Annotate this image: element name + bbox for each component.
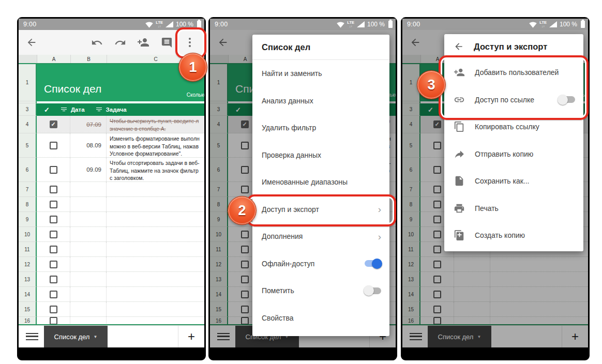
all-sheets-menu-icon[interactable] [26,333,38,340]
step-badge-3: 3 [417,70,446,99]
sheet-row-empty[interactable]: 13 [19,272,204,287]
menu-item-offline-access[interactable]: Офлайн-доступ [252,250,389,278]
sheet-row-filter-header[interactable]: 3 ✓ Дата Задача [19,103,204,116]
task-checkbox[interactable] [50,166,57,174]
battery-percent: 100 % [560,21,577,28]
active-sheet-tab[interactable]: Список дел ▼ [44,326,108,347]
sheet-context-menu: Список дел Найти и заменить Анализ данны… [252,35,389,336]
back-button[interactable] [454,41,464,52]
menu-item-make-copy[interactable]: Создать копию [444,222,583,249]
menu-item-remove-filter[interactable]: Удалить фильтр [252,114,389,142]
task-column-header: Задача [106,107,127,113]
link-sharing-toggle-off[interactable] [559,96,575,103]
sheet-row-empty[interactable]: 11 [19,242,204,257]
row-number[interactable]: 13 [19,272,37,287]
menu-item-copy-link[interactable]: Копировать ссылку [444,113,583,141]
sheet-row-empty[interactable]: 15 [19,302,204,317]
caret-down-icon: ▼ [93,335,97,339]
overflow-menu-button[interactable] [184,36,196,49]
task-text[interactable]: Чтобы вычеркнуть пункт, введите л значен… [107,116,204,133]
menu-item-star[interactable]: Пометить [252,277,389,305]
task-checkbox[interactable] [50,231,57,238]
row-number[interactable]: 12 [19,257,37,272]
task-date[interactable]: 08.09 [70,133,107,157]
corner-cell[interactable] [19,55,37,63]
task-checkbox[interactable] [50,142,57,149]
task-text[interactable]: Чтобы отсортировать задачи в веб- Таблиц… [107,158,204,181]
row-number[interactable]: 3 [19,103,37,116]
menu-item-print[interactable]: Печать [444,195,583,222]
task-checkbox[interactable] [50,201,57,208]
date-column-header: Дата [71,107,85,113]
sheet-row-empty[interactable]: 7 [19,182,204,197]
battery-icon [197,21,201,28]
row-number[interactable]: 6 [19,158,37,182]
menu-item-share-export[interactable]: Доступ и экспорт › [252,196,389,223]
menu-item-addons[interactable]: Дополнения › [252,223,389,250]
column-header-a[interactable]: A [37,55,71,63]
row-number[interactable]: 7 [19,182,37,197]
menu-item-send-copy[interactable]: Отправить копию [444,141,583,168]
share-arrow-icon [454,148,465,160]
undo-button[interactable] [91,36,103,49]
redo-button[interactable] [114,36,126,49]
clock: 9:00 [23,21,37,28]
task-checkbox[interactable] [50,276,57,283]
sheet-row-task[interactable]: 6 09.09 Чтобы отсортировать задачи в веб… [19,158,204,182]
sheet-row-title[interactable]: 1 Список дел Сколько [19,64,204,101]
menu-item-details[interactable]: Свойства [252,305,389,332]
task-date[interactable]: 09.09 [70,158,107,181]
menu-item-named-ranges[interactable]: Именованные диапазоны [252,169,389,196]
back-button[interactable] [25,36,38,49]
signal-icon [165,21,173,27]
filter-icon[interactable] [61,108,67,112]
offline-access-toggle-on[interactable] [365,260,381,267]
menu-item-add-users[interactable]: Добавить пользователей [444,59,583,86]
row-number[interactable]: 5 [19,133,37,158]
sheet-row-empty[interactable]: 9 [19,212,204,227]
filter-icon[interactable] [96,108,102,112]
menu-item-explore[interactable]: Анализ данных [252,87,389,115]
task-checkbox[interactable] [50,216,57,223]
row-number[interactable]: 15 [19,302,37,317]
sheet-row-empty[interactable]: 8 [19,197,204,212]
row-number[interactable]: 11 [19,242,37,257]
menu-item-save-as[interactable]: Сохранить как... [444,168,583,195]
signal-icon [357,21,365,27]
add-sheet-button[interactable]: + [178,329,204,344]
wifi-icon [529,21,537,28]
column-header-b[interactable]: B [71,55,107,63]
clock: 9:00 [407,21,420,28]
sheet-row-task[interactable]: 5 08.09 Изменить форматирование выполн м… [19,133,204,158]
row-number[interactable]: 1 [19,64,37,101]
spreadsheet-grid[interactable]: A B C 1 Список дел Сколько 3 ✓ Дата Зада… [19,55,204,325]
task-checkbox[interactable] [50,246,57,253]
task-checkbox[interactable] [50,306,57,313]
task-checkbox-checked[interactable]: ✓ [50,120,57,128]
comments-button[interactable] [160,36,173,49]
task-checkbox[interactable] [50,291,57,298]
star-toggle-off[interactable] [365,287,381,294]
task-checkbox[interactable] [50,317,57,325]
task-date[interactable]: 07.09 [70,116,107,133]
menu-item-find-replace[interactable]: Найти и заменить [252,60,389,87]
share-person-add-button[interactable] [137,36,149,49]
task-checkbox[interactable] [50,186,57,193]
copy-pages-icon [454,230,465,241]
sheet-row-empty[interactable]: 14 [19,287,204,302]
row-number[interactable]: 10 [19,227,37,242]
sheet-row-task[interactable]: 4 ✓ 07.09 Чтобы вычеркнуть пункт, введит… [19,116,204,133]
menu-item-data-validation[interactable]: Проверка данных [252,142,389,169]
sheet-row-empty[interactable]: 10 [19,227,204,242]
task-checkbox[interactable] [50,261,57,268]
row-number[interactable]: 9 [19,212,37,227]
task-text[interactable]: Изменить форматирование выполн можно в в… [107,133,204,157]
sheet-row-empty[interactable]: 12 [19,257,204,272]
row-number[interactable]: 8 [19,197,37,212]
menu-item-link-sharing[interactable]: Доступ по ссылке [444,86,583,114]
row-number[interactable]: 4 [19,116,37,133]
row-number[interactable]: 14 [19,287,37,302]
sheet-banner-note: Сколько [187,92,204,98]
battery-icon [581,21,585,28]
chevron-right-icon: › [378,232,381,241]
